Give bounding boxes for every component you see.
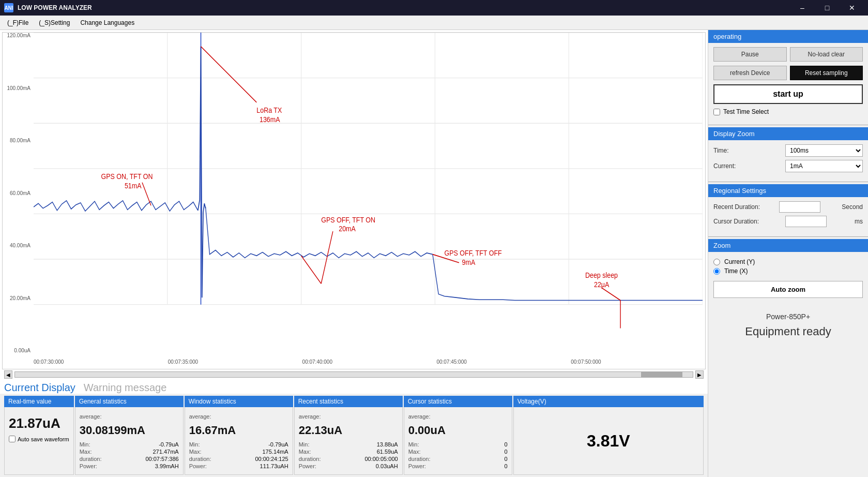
general-power-label: Power: xyxy=(80,463,97,469)
svg-line-22 xyxy=(321,231,333,284)
window-avg-value: 16.67mA xyxy=(189,424,288,437)
general-power-value: 3.99mAH xyxy=(155,463,179,469)
x-label-5: 00:07:50:000 xyxy=(571,359,601,365)
display-zoom-title: Display Zoom xyxy=(708,127,868,140)
current-label: Current: xyxy=(713,162,736,170)
cursor-header: Cursor statistics xyxy=(404,396,512,407)
zoom-time-label: Time (X) xyxy=(724,267,748,275)
voltage-box: Voltage(V) 3.81V xyxy=(513,396,704,475)
general-min-value: -0.79uA xyxy=(159,441,179,448)
scroll-right[interactable]: ▶ xyxy=(695,370,704,379)
scroll-thumb[interactable] xyxy=(641,372,682,377)
cursor-box: Cursor statistics average: 0.00uA Min:0 … xyxy=(404,396,512,475)
cursor-duration-label: Cursor Duration: xyxy=(713,218,759,225)
general-min-label: Min: xyxy=(80,441,90,448)
recent-duration-input[interactable]: 5 xyxy=(779,201,820,213)
window-power-value: 111.73uAH xyxy=(260,463,288,469)
window-duration-label: duration: xyxy=(189,456,211,462)
current-select[interactable]: 1uA 10uA 100uA 1mA 10mA 100mA xyxy=(785,160,863,172)
refresh-device-button[interactable]: refresh Device xyxy=(713,66,787,80)
zoom-current-row: Current (Y) xyxy=(713,258,863,265)
scroll-track[interactable] xyxy=(14,371,693,378)
cursor-duration-input[interactable] xyxy=(785,216,827,227)
cursor-avg-value: 0.00uA xyxy=(408,424,508,437)
pause-button[interactable]: Pause xyxy=(713,47,787,62)
x-label-3: 00:07:40:000 xyxy=(302,359,332,365)
cursor-min-value: 0 xyxy=(505,441,508,448)
window-min-label: Min: xyxy=(189,441,200,448)
app-title: LOW POWER ANALYZER xyxy=(18,4,786,11)
menu-language[interactable]: Change Languages xyxy=(75,17,140,28)
y-label-0: 0.00uA xyxy=(14,348,31,353)
zoom-time-row: Time (X) xyxy=(713,267,863,275)
stats-area: Real-time value 21.87uA Auto save wavefo… xyxy=(0,394,708,477)
divider-2 xyxy=(708,182,868,182)
general-header: General statistics xyxy=(75,396,184,407)
test-time-select-checkbox[interactable] xyxy=(713,109,720,115)
svg-line-19 xyxy=(301,256,322,284)
maximize-button[interactable]: □ xyxy=(815,0,839,16)
time-select[interactable]: 1ms 5ms 10ms 50ms 100ms 500ms 1s 5s xyxy=(785,144,863,157)
reset-sampling-button[interactable]: Reset sampling xyxy=(790,66,863,80)
cursor-power-value: 0 xyxy=(505,463,508,469)
tab-warning-message[interactable]: Warning message xyxy=(84,382,166,394)
window-min-value: -0.79uA xyxy=(268,441,288,448)
main-layout: GPS ON, TFT ON 51mA LoRa TX 136mA GPS OF… xyxy=(0,30,868,477)
equipment-model: Power-850P+ xyxy=(713,312,863,321)
svg-text:GPS OFF, TFT ON: GPS OFF, TFT ON xyxy=(321,216,375,224)
recent-min-value: 13.88uA xyxy=(377,441,398,448)
zoom-content: Current (Y) Time (X) Auto zoom xyxy=(708,252,868,302)
window-avg-label: average: xyxy=(189,413,288,420)
noload-clear-button[interactable]: No-load clear xyxy=(790,47,863,62)
svg-text:20mA: 20mA xyxy=(339,225,356,233)
general-max-value: 271.47mA xyxy=(153,449,179,455)
test-time-select-label: Test Time Select xyxy=(723,108,769,115)
operating-content: Pause No-load clear refresh Device Reset… xyxy=(708,43,868,123)
operating-btn-row1: Pause No-load clear xyxy=(713,47,863,62)
zoom-time-radio[interactable] xyxy=(713,268,720,275)
window-max-value: 175.14mA xyxy=(263,449,288,455)
general-max-label: Max: xyxy=(80,449,92,455)
recent-max-label: Max: xyxy=(299,449,311,455)
titlebar: ANI LOW POWER ANALYZER – □ ✕ xyxy=(0,0,868,16)
operating-btn-row2: refresh Device Reset sampling xyxy=(713,66,863,80)
svg-line-13 xyxy=(142,183,151,205)
svg-text:GPS OFF, TFT OFF: GPS OFF, TFT OFF xyxy=(445,249,502,257)
menu-file[interactable]: (_F)File xyxy=(2,17,34,28)
right-panel: operating Pause No-load clear refresh De… xyxy=(708,30,868,477)
auto-save-checkbox[interactable] xyxy=(9,436,16,442)
x-label-1: 00:07:30:000 xyxy=(34,359,64,365)
startup-button[interactable]: start up xyxy=(713,84,863,104)
y-axis: 120.00mA 100.00mA 80.00mA 60.00mA 40.00m… xyxy=(3,33,33,353)
menubar: (_F)File (_S)Setting Change Languages xyxy=(0,16,868,30)
general-box: General statistics average: 30.08199mA M… xyxy=(75,396,184,475)
tab-current-display[interactable]: Current Display xyxy=(4,382,75,394)
x-label-2: 00:07:35:000 xyxy=(168,359,198,365)
auto-save-label: Auto save waveform xyxy=(18,436,69,442)
svg-text:136mA: 136mA xyxy=(260,115,280,124)
scroll-left[interactable]: ◀ xyxy=(4,370,12,379)
voltage-value: 3.81V xyxy=(587,431,630,451)
recent-header: Recent statistics xyxy=(294,396,403,407)
general-duration-label: duration: xyxy=(80,456,102,462)
minimize-button[interactable]: – xyxy=(790,0,814,16)
close-button[interactable]: ✕ xyxy=(840,0,864,16)
menu-setting[interactable]: (_S)Setting xyxy=(34,17,75,28)
time-field-row: Time: 1ms 5ms 10ms 50ms 100ms 500ms 1s 5… xyxy=(713,144,863,157)
zoom-current-radio[interactable] xyxy=(713,259,720,265)
window-duration-value: 00:00:24:125 xyxy=(255,456,288,462)
cursor-min-label: Min: xyxy=(408,441,419,448)
display-zoom-content: Time: 1ms 5ms 10ms 50ms 100ms 500ms 1s 5… xyxy=(708,140,868,180)
realtime-box: Real-time value 21.87uA Auto save wavefo… xyxy=(4,396,74,475)
cursor-avg-label: average: xyxy=(408,413,508,420)
auto-zoom-button[interactable]: Auto zoom xyxy=(713,281,863,298)
recent-duration-row: Recent Duration: 5 Second xyxy=(713,201,863,213)
tabs-row: Current Display Warning message xyxy=(0,380,708,394)
realtime-value: 21.87uA xyxy=(9,415,69,431)
cursor-duration-label: duration: xyxy=(408,456,431,462)
voltage-header: Voltage(V) xyxy=(513,396,704,407)
svg-line-29 xyxy=(602,288,620,300)
scrollbar[interactable]: ◀ ▶ xyxy=(0,369,708,380)
chart-container[interactable]: GPS ON, TFT ON 51mA LoRa TX 136mA GPS OF… xyxy=(2,32,706,369)
window-power-label: Power: xyxy=(189,463,207,469)
